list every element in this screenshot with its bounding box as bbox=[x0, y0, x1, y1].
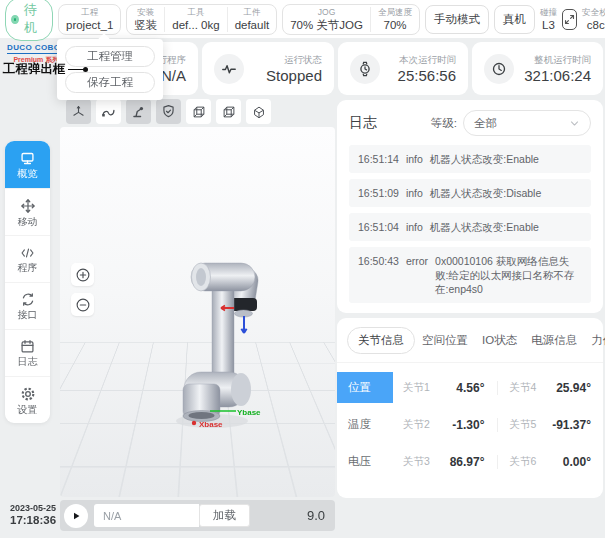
joint-value: 25.94° bbox=[556, 381, 591, 395]
robot-status-pill[interactable]: 待机 bbox=[5, 0, 53, 41]
joint-name: 关节5 bbox=[510, 418, 537, 432]
log-time: 16:51:09 bbox=[358, 186, 399, 200]
tab-spatial-position[interactable]: 空间位置 bbox=[415, 328, 475, 353]
real-machine-button[interactable]: 真机 bbox=[494, 5, 535, 34]
sidebar-item-log[interactable]: 日志 bbox=[5, 329, 50, 376]
tab-power-info[interactable]: 电源信息 bbox=[524, 328, 584, 353]
joint-name: 关节3 bbox=[403, 455, 430, 469]
tcp-z-arrow bbox=[241, 316, 246, 333]
sidebar-item-move[interactable]: 移动 bbox=[5, 188, 50, 235]
run-state-value: Stopped bbox=[244, 66, 322, 85]
log-time: 16:50:43 bbox=[358, 254, 399, 296]
resize-button[interactable] bbox=[562, 9, 577, 30]
stopwatch-icon bbox=[350, 54, 380, 84]
joint-metric-rail: 位置 温度 电压 bbox=[337, 372, 393, 483]
loaded-program-field[interactable]: N/A bbox=[94, 504, 199, 527]
zoom-in-button[interactable] bbox=[71, 263, 94, 286]
robot-info-panel: 关节信息 空间位置 IO状态 电源信息 力信息 位置 温度 电压 关节1 4.5… bbox=[337, 318, 603, 498]
log-level: info bbox=[406, 152, 423, 166]
log-level: info bbox=[406, 186, 423, 200]
clock-icon bbox=[484, 54, 514, 84]
collision-level[interactable]: 碰撞 L3 bbox=[540, 7, 557, 32]
log-entry: 16:51:09 info 机器人状态改变:Disable bbox=[349, 179, 591, 207]
project-label: 工程 bbox=[81, 7, 98, 18]
safety-check[interactable]: 安全校验 c8c3 bbox=[582, 7, 605, 32]
load-program-button[interactable]: 加载 bbox=[199, 504, 250, 527]
table-row: 关节3 86.97° 关节6 0.00° bbox=[403, 446, 591, 477]
joint-value: -1.30° bbox=[452, 418, 484, 432]
tab-io-status[interactable]: IO状态 bbox=[475, 328, 524, 353]
robot-model: Ybase Xbase bbox=[60, 127, 335, 496]
setup-group: 安装 竖装 工具 def... 0kg 工件 default bbox=[126, 4, 277, 35]
rail-item-position[interactable]: 位置 bbox=[337, 372, 393, 403]
sidebar-item-settings[interactable]: 设置 bbox=[5, 376, 50, 423]
sidebar-item-program[interactable]: 程序 bbox=[5, 235, 50, 282]
monitor-icon bbox=[19, 151, 36, 166]
log-message: 机器人状态改变:Enable bbox=[430, 152, 582, 166]
view-cube-button-3[interactable] bbox=[246, 99, 271, 124]
jog-group: JOG 70% 关节JOG 全局速度 70% bbox=[282, 4, 420, 35]
joint-name: 关节4 bbox=[510, 381, 537, 395]
zoom-out-button[interactable] bbox=[71, 293, 94, 316]
log-level-value: 全部 bbox=[474, 116, 497, 131]
rail-item-voltage[interactable]: 电压 bbox=[337, 446, 393, 477]
code-icon bbox=[19, 246, 36, 260]
program-playbar: N/A 加载 9.0 bbox=[60, 500, 335, 531]
trajectory-icon bbox=[101, 104, 116, 119]
log-level-label: 等级: bbox=[431, 116, 457, 131]
log-entry: 16:51:14 info 机器人状态改变:Enable bbox=[349, 145, 591, 173]
minus-circle-icon bbox=[75, 297, 91, 313]
show-robot-button[interactable] bbox=[126, 99, 151, 124]
cube-icon bbox=[221, 104, 237, 120]
robot-status-label: 待机 bbox=[24, 1, 38, 37]
viewport-toolbar bbox=[66, 99, 271, 124]
joint-name: 关节1 bbox=[403, 381, 430, 395]
jog-selector[interactable]: JOG 70% 关节JOG bbox=[283, 7, 370, 32]
sidebar-item-interface[interactable]: 接口 bbox=[5, 282, 50, 329]
annotation-text: 工程弹出框 bbox=[3, 61, 66, 78]
log-time: 16:51:14 bbox=[358, 152, 399, 166]
joint-values-table: 关节1 4.56° 关节4 25.94° 关节2 -1.30° 关节5 -91.… bbox=[393, 372, 603, 483]
status-dot-icon bbox=[11, 15, 19, 24]
joint-value: -91.37° bbox=[552, 418, 591, 432]
install-selector[interactable]: 安装 竖装 bbox=[127, 7, 164, 32]
info-tabs: 关节信息 空间位置 IO状态 电源信息 力信息 bbox=[337, 327, 603, 363]
top-bar: 待机 工程 project_1 安装 竖装 工具 def... 0kg 工件 d… bbox=[0, 0, 605, 38]
cube-icon bbox=[191, 104, 207, 120]
show-axes-button[interactable] bbox=[66, 99, 91, 124]
gear-icon bbox=[20, 386, 36, 402]
project-selector[interactable]: 工程 project_1 bbox=[58, 4, 121, 35]
total-time-label: 整机运行时间 bbox=[514, 53, 591, 66]
global-speed-selector[interactable]: 全局速度 70% bbox=[370, 7, 419, 32]
tab-joint-info[interactable]: 关节信息 bbox=[347, 327, 415, 354]
tool-selector[interactable]: 工具 def... 0kg bbox=[164, 7, 226, 32]
shield-icon bbox=[161, 104, 176, 119]
play-button[interactable] bbox=[64, 504, 88, 528]
show-safety-zone-button[interactable] bbox=[156, 99, 181, 124]
system-date: 2023-05-25 bbox=[10, 503, 56, 514]
sidebar-item-overview[interactable]: 概览 bbox=[5, 141, 50, 188]
robot-3d-viewport[interactable]: Ybase Xbase bbox=[60, 127, 335, 497]
project-value: project_1 bbox=[66, 18, 113, 32]
table-row: 关节1 4.56° 关节4 25.94° bbox=[403, 372, 591, 403]
workpiece-selector[interactable]: 工件 default bbox=[227, 7, 277, 32]
log-level: info bbox=[406, 220, 423, 234]
annotation-callout: 工程弹出框 bbox=[3, 61, 88, 78]
log-entry: 16:51:04 info 机器人状态改变:Enable bbox=[349, 213, 591, 241]
show-trajectory-button[interactable] bbox=[96, 99, 121, 124]
manual-mode-button[interactable]: 手动模式 bbox=[425, 5, 489, 34]
log-level: error bbox=[406, 254, 428, 296]
chevron-down-icon bbox=[569, 118, 580, 129]
rail-item-temperature[interactable]: 温度 bbox=[337, 409, 393, 440]
session-time-value: 25:56:56 bbox=[380, 66, 456, 85]
pulse-icon bbox=[214, 54, 244, 84]
cube-icon bbox=[251, 104, 267, 120]
view-cube-button-1[interactable] bbox=[186, 99, 211, 124]
view-cube-button-2[interactable] bbox=[216, 99, 241, 124]
axes-icon bbox=[71, 104, 86, 119]
log-level-select[interactable]: 全部 bbox=[463, 110, 591, 136]
interface-icon bbox=[20, 292, 36, 307]
joint-value: 0.00° bbox=[563, 455, 591, 469]
payload-value: 9.0 bbox=[307, 508, 325, 523]
tab-force-info[interactable]: 力信息 bbox=[584, 328, 605, 353]
